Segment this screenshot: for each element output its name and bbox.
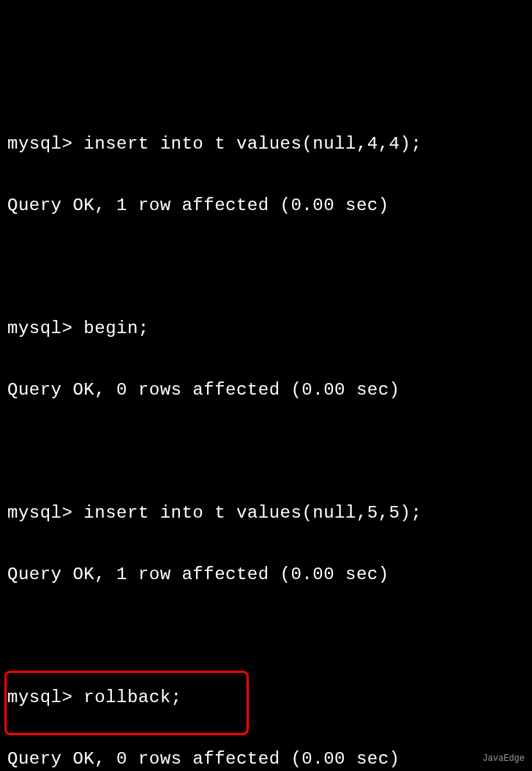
prompt: mysql>: [7, 503, 72, 523]
blank-line: [7, 252, 525, 283]
command-text: insert into t values(null,5,5);: [83, 503, 422, 523]
terminal-line-cmd-4: mysql> rollback;: [7, 682, 525, 713]
terminal-line-cmd-1: mysql> insert into t values(null,4,4);: [7, 129, 525, 160]
prompt: mysql>: [7, 319, 72, 338]
prompt: mysql>: [7, 688, 72, 707]
blank-line: [7, 621, 525, 652]
terminal-line-cmd-2: mysql> begin;: [7, 313, 525, 344]
terminal-line-resp-2: Query OK, 0 rows affected (0.00 sec): [7, 375, 525, 406]
terminal-line-resp-3: Query OK, 1 row affected (0.00 sec): [7, 559, 525, 590]
terminal-line-resp-4: Query OK, 0 rows affected (0.00 sec): [7, 744, 525, 771]
blank-line: [7, 436, 525, 467]
command-text: begin;: [83, 319, 149, 338]
command-text: insert into t values(null,4,4);: [83, 134, 422, 154]
terminal-line-resp-1: Query OK, 1 row affected (0.00 sec): [7, 190, 525, 221]
terminal-line-cmd-3: mysql> insert into t values(null,5,5);: [7, 498, 525, 529]
watermark-text: JavaEdge: [482, 751, 525, 767]
command-text: rollback;: [83, 688, 181, 707]
prompt: mysql>: [7, 134, 72, 154]
